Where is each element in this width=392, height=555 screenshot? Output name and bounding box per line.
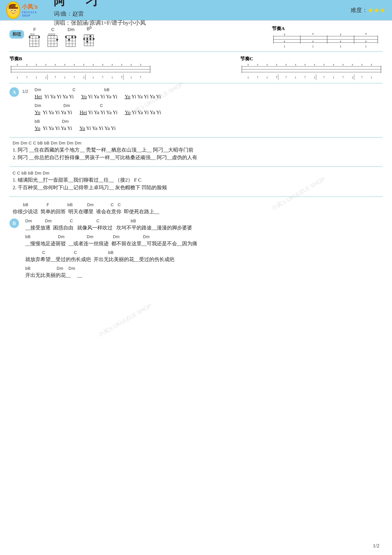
lyrics-A2: Yo Yi Ya Yi Ya Yi Hei Yi Ya Yi Ya Yi Yo … (31, 109, 383, 116)
section-A-content: Dm C bB Hei Yi Ya Yi Ya Yi Yo Yi Ya Yi Y… (31, 87, 383, 135)
svg-text:x: x (352, 63, 353, 66)
lyrics-A3: Yo Yi Ya Yi Ya Yi Yo Yi Ya Yi Ya Yi (31, 124, 383, 132)
svg-text:x: x (112, 63, 113, 66)
svg-text:x: x (17, 63, 18, 66)
svg-text:↓: ↓ (83, 75, 85, 79)
svg-text:x: x (312, 40, 314, 43)
svg-point-65 (93, 38, 94, 40)
svg-text:x: x (314, 63, 315, 66)
svg-point-63 (86, 38, 88, 40)
page-number: 1/2 (373, 543, 379, 549)
music-line-B2: bB Dm Dm Dm Dm __慢慢地足迹斑驳 __或者连一丝痕迹 都不留在这… (22, 234, 383, 247)
rhythm-B-section: 节奏B x x x x x x x x x x x (9, 56, 152, 81)
svg-point-11 (33, 34, 34, 35)
difficulty-stars: ★★★ (368, 6, 386, 14)
svg-text:x: x (36, 63, 37, 66)
rhythm-A-section: 节奏A x x x x (272, 25, 383, 49)
section-B-row: B Dm Dm C C bB __接受放逐 困惑自由 就像风一样吹过 坎坷不平的… (9, 219, 383, 282)
logo-area: 小凤's UKULELE SHOP (6, 1, 41, 19)
svg-point-66 (86, 41, 88, 43)
svg-text:↑: ↑ (276, 75, 278, 79)
svg-text:↑: ↑ (361, 75, 363, 79)
song-title: 阿 刁 (54, 0, 351, 9)
svg-text:↓: ↓ (130, 75, 132, 79)
chord-line-A2: Dm Dm C (31, 103, 383, 109)
svg-text:↓: ↓ (340, 43, 342, 48)
svg-text:↓: ↓ (365, 43, 367, 48)
chord-B1: Dm Dm C C bB (22, 219, 383, 224)
svg-text:x: x (140, 63, 141, 66)
rhythm-BC-row: 节奏B x x x x x x x x x x x (9, 56, 383, 83)
rhythm-B-diagram: x x x x x x x x x x x x x x ↓ ↑ ↓ ↓ ↑ (9, 63, 152, 81)
section-B-marker: B (9, 219, 19, 228)
svg-text:x: x (284, 40, 285, 43)
lyrics-B4: 开出无比美丽的花__ __ (22, 271, 383, 279)
section-A-marker: A (9, 87, 19, 97)
svg-text:↑: ↑ (285, 75, 287, 79)
logo-subtitle: UKULELE SHOP (22, 11, 41, 17)
chord-C: C (47, 27, 59, 47)
svg-text:x: x (304, 63, 306, 66)
svg-text:x: x (295, 63, 296, 66)
svg-point-49 (68, 39, 70, 41)
svg-point-23 (38, 36, 40, 38)
verse-block-2: C C bB bB Dm Dm 1. 铺满阳光__打一壶甜茶__我们聊着过__往… (9, 171, 383, 197)
chord-B4: bB Dm Dm (22, 266, 383, 271)
svg-text:x: x (266, 63, 268, 66)
svg-text:x: x (312, 33, 314, 35)
music-line-A1: Dm C bB Hei Yi Ya Yi Ya Yi Yo Yi Ya Yi Y… (31, 87, 383, 100)
svg-point-25 (51, 34, 52, 35)
svg-text:x: x (45, 63, 46, 66)
chord-F: F (29, 27, 41, 47)
header: 小凤's UKULELE SHOP 阿 刁 词/曲：赵雷 演唱：张韶涵/原调1=… (0, 0, 392, 21)
svg-rect-52 (84, 35, 93, 46)
chord-Dm: Dm (65, 27, 77, 47)
rhythm-A-diagram: x x x x x x x x ↓ ↓ ↓ ↓ (272, 33, 379, 49)
rhythm-B-label: 节奏B (9, 56, 22, 62)
svg-point-7 (14, 10, 16, 11)
content: 和弦 F (0, 21, 392, 290)
chords-container: F (29, 25, 95, 47)
lyric-2-1: 1. 铺满阳光__打一壶甜茶__我们聊着过__往__ （接2） F C (9, 176, 383, 184)
svg-text:↑: ↑ (73, 75, 75, 79)
song-meta: 词/曲：赵雷 (54, 10, 351, 18)
numbered-verse-2: C C bB bB Dm Dm 1. 铺满阳光__打一壶甜茶__我们聊着过__往… (9, 171, 383, 191)
svg-text:↓: ↓ (64, 75, 66, 79)
svg-text:↑: ↑ (26, 75, 28, 79)
half-label: 1/2 (22, 89, 28, 94)
svg-text:x: x (333, 63, 334, 66)
svg-text:x: x (248, 63, 249, 66)
chord-line-A1: Dm C bB (31, 87, 383, 93)
music-line-B4: bB Dm Dm 开出无比美丽的花__ __ (22, 266, 383, 279)
chord-B-intro1: bB F bB Dm C C (9, 202, 383, 208)
B-intro-line1: bB F bB Dm C C 你很少说话 简单的回答 明天在哪里 谁会在意你 即… (9, 202, 383, 215)
chord-B2: bB Dm Dm Dm Dm (22, 234, 383, 240)
lyrics-B1: __接受放逐 困惑自由 就像风一样吹过 坎坷不平的路途__漫漫的脚步婆婆 (22, 224, 383, 232)
chord-C-diagram (47, 33, 59, 47)
svg-point-9 (15, 11, 17, 13)
svg-point-24 (49, 34, 50, 35)
rhythm-C-diagram: x x x x x x x x x x x x x x ↓ ↑ ↓ ↑ ↑ ↓ (240, 63, 383, 81)
svg-point-62 (83, 38, 85, 40)
svg-point-67 (89, 35, 91, 37)
svg-rect-27 (48, 36, 57, 47)
svg-text:x: x (257, 63, 258, 66)
svg-point-48 (65, 36, 67, 38)
svg-text:x: x (340, 40, 342, 43)
svg-text:↓: ↓ (111, 75, 113, 79)
svg-text:↓: ↓ (36, 75, 37, 79)
svg-text:↑: ↑ (121, 75, 123, 79)
svg-text:x: x (121, 63, 122, 66)
logo-icon (6, 1, 20, 19)
svg-point-22 (29, 36, 30, 38)
verse-block-1: Dm Dm C C bB bB Dm Dm Dm Dm 1. 阿刁 __住在西藏… (9, 141, 383, 167)
svg-text:↓: ↓ (312, 43, 314, 48)
svg-text:x: x (102, 63, 103, 66)
chord-F-diagram (29, 33, 41, 47)
svg-text:↓: ↓ (351, 75, 354, 79)
logo-title: 小凤's (22, 3, 41, 11)
lyrics-B2: __慢慢地足迹斑驳 __或者连一丝痕迹 都不留在这里__可我还是不会__因为痛 (22, 240, 383, 247)
chord-Bb-diagram (83, 32, 95, 47)
svg-point-26 (53, 34, 55, 35)
svg-text:↑: ↑ (323, 75, 325, 79)
